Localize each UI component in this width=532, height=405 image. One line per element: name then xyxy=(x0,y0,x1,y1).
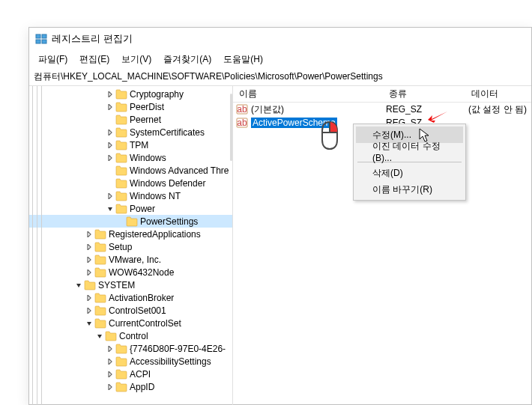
folder-icon xyxy=(115,140,127,150)
menu-view[interactable]: 보기(V) xyxy=(115,52,157,67)
folder-icon xyxy=(126,216,138,227)
expander-closed-icon[interactable] xyxy=(106,104,115,110)
expander-closed-icon[interactable] xyxy=(106,91,115,97)
expander-closed-icon[interactable] xyxy=(85,295,94,301)
tree-item-cryptography[interactable]: Cryptography xyxy=(29,88,232,100)
expander-closed-icon[interactable] xyxy=(85,308,94,314)
tree-item-label: AppID xyxy=(130,382,154,392)
tree-pane[interactable]: CryptographyPeerDistPeernetSystemCertifi… xyxy=(29,86,233,405)
tree-item-activationbroker[interactable]: ActivationBroker xyxy=(29,291,232,304)
tree-item-label: Windows NT xyxy=(130,191,181,201)
context-menu-delete[interactable]: 삭제(D) xyxy=(356,165,463,181)
menubar: 파일(F) 편집(E) 보기(V) 즐겨찾기(A) 도움말(H) xyxy=(29,50,531,68)
folder-icon xyxy=(115,102,127,112)
folder-icon xyxy=(94,318,106,329)
expander-closed-icon[interactable] xyxy=(106,142,115,148)
tree-item-label: TPM xyxy=(130,140,148,150)
address-bar[interactable]: 컴퓨터\HKEY_LOCAL_MACHINE\SOFTWARE\Policies… xyxy=(29,68,531,86)
expander-closed-icon[interactable] xyxy=(106,371,115,377)
tree-item-label: ACPI xyxy=(130,369,151,380)
expander-closed-icon[interactable] xyxy=(106,155,115,161)
tree-item-windows-defender[interactable]: Windows Defender xyxy=(29,177,232,189)
tree-item-label: Windows xyxy=(130,153,166,163)
tree-item-label: ActivationBroker xyxy=(109,293,174,303)
tree-item-powersettings[interactable]: PowerSettings xyxy=(29,215,232,228)
expander-closed-icon[interactable] xyxy=(106,193,115,199)
tree-item-accessibilitysettings[interactable]: AccessibilitySettings xyxy=(29,355,232,368)
folder-icon xyxy=(115,89,127,100)
menu-help[interactable]: 도움말(H) xyxy=(217,52,269,67)
tree-item-control[interactable]: Control xyxy=(29,329,232,342)
list-pane: 이름 종류 데이터 ab(기본값)REG_SZ(값 설정 안 됨)abActiv… xyxy=(233,86,531,405)
tree-item-peerdist[interactable]: PeerDist xyxy=(29,100,232,113)
tree-item-label: VMware, Inc. xyxy=(109,255,161,265)
tree-item-registeredapplications[interactable]: RegisteredApplications xyxy=(29,228,232,240)
tree-item-controlset001[interactable]: ControlSet001 xyxy=(29,304,232,317)
expander-closed-icon[interactable] xyxy=(106,130,115,135)
context-menu-rename[interactable]: 이름 바꾸기(R) xyxy=(356,181,463,198)
menu-edit[interactable]: 편집(E) xyxy=(73,52,115,67)
expander-closed-icon[interactable] xyxy=(85,270,94,275)
context-menu-modify-binary[interactable]: 이진 데이터 수정(B)... xyxy=(356,143,463,159)
tree-item-label: SystemCertificates xyxy=(130,127,205,138)
tree-item-label: PowerSettings xyxy=(140,216,198,227)
tree-item-wow6432node[interactable]: WOW6432Node xyxy=(29,266,232,278)
expander-open-icon[interactable] xyxy=(74,282,83,288)
registry-editor-window: 레지스트리 편집기 파일(F) 편집(E) 보기(V) 즐겨찾기(A) 도움말(… xyxy=(28,27,532,405)
folder-icon xyxy=(94,229,106,240)
tree-item-vmware-inc[interactable]: VMware, Inc. xyxy=(29,253,232,266)
folder-icon xyxy=(115,344,127,354)
tree-item-systemcertificates[interactable]: SystemCertificates xyxy=(29,126,232,138)
folder-icon xyxy=(115,127,127,138)
menu-favorites[interactable]: 즐겨찾기(A) xyxy=(157,52,217,67)
expander-closed-icon[interactable] xyxy=(85,257,94,263)
folder-icon xyxy=(94,305,106,316)
col-header-data[interactable]: 데이터 xyxy=(465,88,531,100)
folder-icon xyxy=(84,280,96,290)
tree-item-currentcontrolset[interactable]: CurrentControlSet xyxy=(29,317,232,329)
value-row-[interactable]: ab(기본값)REG_SZ(값 설정 안 됨) xyxy=(233,103,531,116)
col-header-type[interactable]: 종류 xyxy=(383,88,465,100)
tree-item-acpi[interactable]: ACPI xyxy=(29,368,232,380)
tree-item-label: SYSTEM xyxy=(98,280,135,290)
tree-item-windows[interactable]: Windows xyxy=(29,151,232,164)
menu-file[interactable]: 파일(F) xyxy=(32,52,73,67)
expander-closed-icon[interactable] xyxy=(106,359,115,365)
content-area: CryptographyPeerDistPeernetSystemCertifi… xyxy=(29,86,531,405)
app-title: 레지스트리 편집기 xyxy=(52,32,133,46)
list-header: 이름 종류 데이터 xyxy=(233,86,531,103)
tree-item-label: RegisteredApplications xyxy=(109,229,201,240)
expander-closed-icon[interactable] xyxy=(106,346,115,352)
expander-closed-icon[interactable] xyxy=(85,231,94,237)
context-menu: 수정(M)... 이진 데이터 수정(B)... 삭제(D) 이름 바꾸기(R) xyxy=(353,124,466,201)
tree-item-peernet[interactable]: Peernet xyxy=(29,113,232,126)
tree-scrollbar[interactable] xyxy=(230,94,232,161)
expander-open-icon[interactable] xyxy=(95,333,104,339)
expander-open-icon[interactable] xyxy=(106,206,115,212)
svg-rect-1 xyxy=(42,34,46,38)
col-header-name[interactable]: 이름 xyxy=(233,88,383,100)
folder-icon xyxy=(115,356,127,367)
tree-item-power[interactable]: Power xyxy=(29,202,232,215)
tree-item-windows-nt[interactable]: Windows NT xyxy=(29,189,232,202)
app-icon xyxy=(35,33,47,45)
tree-item-label: Peernet xyxy=(130,115,161,125)
expander-open-icon[interactable] xyxy=(85,320,94,326)
tree-item-7746d80f-97e0-4e26[interactable]: {7746D80F-97E0-4E26- xyxy=(29,342,232,355)
folder-icon xyxy=(115,153,127,163)
tree-item-windows-advanced-thre[interactable]: Windows Advanced Thre xyxy=(29,164,232,177)
svg-text:ab: ab xyxy=(237,104,247,115)
tree-item-setup[interactable]: Setup xyxy=(29,240,232,253)
tree-item-label: Control xyxy=(119,331,148,341)
folder-icon xyxy=(94,293,106,303)
tree-item-tpm[interactable]: TPM xyxy=(29,138,232,151)
tree-item-system[interactable]: SYSTEM xyxy=(29,278,232,291)
tree-item-appid[interactable]: AppID xyxy=(29,380,232,393)
tree-item-label: {7746D80F-97E0-4E26- xyxy=(130,344,226,354)
tree-item-label: PeerDist xyxy=(130,102,164,112)
tree-item-label: Power xyxy=(130,204,155,214)
tree: CryptographyPeerDistPeernetSystemCertifi… xyxy=(29,86,232,395)
expander-closed-icon[interactable] xyxy=(106,384,115,390)
tree-item-label: Cryptography xyxy=(130,89,184,100)
expander-closed-icon[interactable] xyxy=(85,244,94,250)
